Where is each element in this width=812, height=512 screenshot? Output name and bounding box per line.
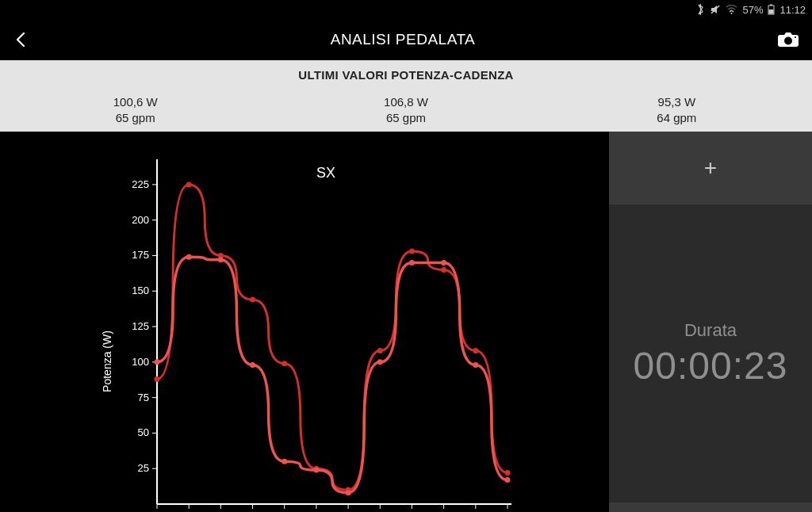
svg-point-1 — [731, 13, 733, 14]
svg-point-51 — [441, 267, 446, 273]
back-button[interactable] — [11, 30, 30, 49]
svg-text:75: 75 — [138, 392, 149, 403]
power-chart: 255075100125150175200225Potenza (W)SX — [0, 132, 609, 512]
svg-point-57 — [250, 362, 255, 368]
svg-rect-3 — [770, 5, 772, 6]
duration-value: 00:00:23 — [634, 344, 788, 388]
info-strip-title: ULTIMI VALORI POTENZA-CADENZA — [0, 68, 812, 82]
svg-point-63 — [441, 260, 446, 266]
info-col-1: 106,8 W 65 gpm — [270, 94, 541, 125]
battery-percent: 57% — [742, 4, 763, 16]
svg-point-42 — [155, 376, 160, 382]
svg-point-65 — [505, 477, 511, 483]
svg-point-55 — [186, 254, 192, 260]
svg-point-52 — [473, 348, 478, 353]
add-tile-button[interactable]: + — [609, 132, 812, 204]
main-area: 255075100125150175200225Potenza (W)SX + … — [0, 132, 812, 512]
info-cadence: 65 gpm — [270, 110, 541, 126]
svg-text:125: 125 — [132, 320, 149, 332]
side-panel: + Durata 00:00:23 — [609, 132, 812, 512]
svg-point-54 — [155, 359, 160, 365]
info-cadence: 64 gpm — [542, 110, 812, 126]
info-cadence: 65 gpm — [0, 110, 270, 126]
app-header: ANALISI PEDALATA — [0, 19, 812, 60]
svg-point-64 — [473, 362, 478, 368]
svg-point-49 — [377, 348, 383, 353]
svg-rect-4 — [769, 10, 774, 14]
side-bottom-strip — [609, 502, 812, 512]
svg-point-7 — [795, 36, 796, 38]
clock: 11:12 — [779, 4, 806, 16]
svg-point-60 — [346, 490, 351, 495]
wifi-icon — [726, 5, 737, 14]
chart-zone: 255075100125150175200225Potenza (W)SX — [0, 132, 609, 512]
svg-text:100: 100 — [132, 356, 149, 368]
svg-point-6 — [784, 37, 792, 45]
camera-button[interactable] — [776, 30, 801, 49]
android-status-bar: 57% 11:12 — [0, 0, 812, 19]
svg-point-61 — [377, 359, 383, 365]
bluetooth-icon — [696, 4, 705, 15]
svg-text:25: 25 — [138, 462, 149, 474]
duration-label: Durata — [684, 320, 737, 341]
svg-text:50: 50 — [138, 426, 149, 438]
svg-point-58 — [282, 459, 287, 464]
svg-point-53 — [505, 470, 511, 476]
svg-text:200: 200 — [132, 214, 149, 226]
duration-tile[interactable]: Durata 00:00:23 — [609, 204, 812, 502]
page-title: ANALISI PEDALATA — [331, 31, 476, 48]
info-strip: ULTIMI VALORI POTENZA-CADENZA 100,6 W 65… — [0, 60, 812, 132]
svg-point-56 — [218, 257, 224, 262]
svg-text:Potenza (W): Potenza (W) — [101, 331, 113, 392]
info-power: 95,3 W — [542, 94, 812, 110]
info-power: 100,6 W — [0, 94, 270, 110]
info-power: 106,8 W — [270, 94, 541, 110]
plus-icon: + — [704, 155, 717, 181]
svg-point-62 — [409, 260, 415, 266]
svg-point-59 — [313, 468, 319, 473]
mute-icon — [710, 4, 721, 15]
svg-text:225: 225 — [132, 178, 149, 190]
svg-point-43 — [186, 181, 192, 187]
svg-point-45 — [250, 297, 255, 303]
svg-point-50 — [409, 249, 415, 254]
battery-icon — [768, 4, 775, 15]
svg-point-46 — [282, 361, 287, 366]
info-col-0: 100,6 W 65 gpm — [0, 94, 270, 125]
svg-text:150: 150 — [132, 285, 149, 296]
svg-text:175: 175 — [132, 249, 149, 261]
svg-text:SX: SX — [316, 165, 335, 181]
info-col-2: 95,3 W 64 gpm — [542, 94, 812, 125]
